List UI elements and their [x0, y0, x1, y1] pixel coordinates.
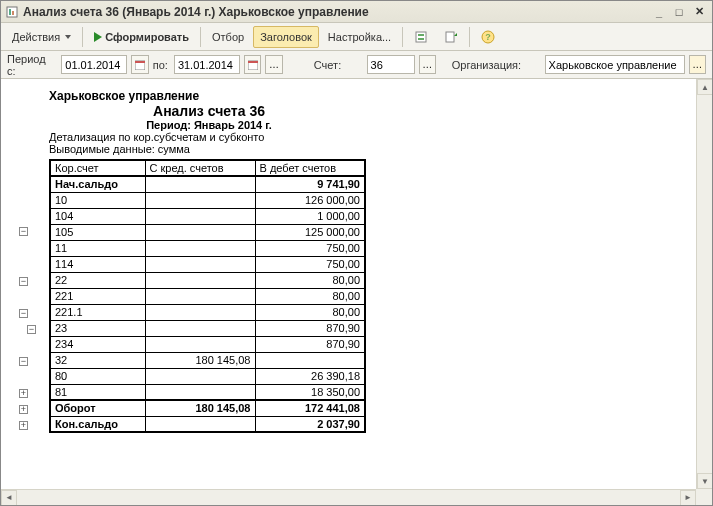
cell-acc: 22: [50, 272, 145, 288]
cell-deb: 80,00: [255, 304, 365, 320]
separator: [82, 27, 83, 47]
toolbar-icon-2[interactable]: [437, 26, 465, 48]
actions-menu[interactable]: Действия: [5, 26, 78, 48]
toolbar: Действия Сформировать Отбор Заголовок На…: [1, 23, 712, 51]
period-select-button[interactable]: …: [265, 55, 282, 74]
tree-expand-button[interactable]: +: [19, 389, 28, 398]
cell-acc: 114: [50, 256, 145, 272]
cell-cred: [145, 288, 255, 304]
window-root: Анализ счета 36 (Январь 2014 г.) Харьков…: [0, 0, 713, 506]
app-icon: [5, 5, 19, 19]
separator: [402, 27, 403, 47]
cell-deb: 9 741,90: [255, 176, 365, 192]
help-button[interactable]: ?: [474, 26, 502, 48]
svg-rect-5: [418, 38, 424, 40]
svg-rect-10: [135, 61, 145, 63]
cell-acc: 81: [50, 384, 145, 400]
actions-label: Действия: [12, 31, 60, 43]
tree-collapse-button[interactable]: −: [19, 277, 28, 286]
doc-period: Период: Январь 2014 г.: [49, 119, 369, 131]
cell-cred: [145, 336, 255, 352]
cell-acc: 104: [50, 208, 145, 224]
cell-deb: 172 441,08: [255, 400, 365, 416]
scroll-left-button[interactable]: ◄: [1, 490, 17, 506]
account-label: Счет:: [314, 59, 341, 71]
form-button[interactable]: Сформировать: [87, 26, 196, 48]
tree-expand-button[interactable]: +: [19, 405, 28, 414]
cell-cred: [145, 416, 255, 432]
cell-cred: [145, 368, 255, 384]
cell-deb: 750,00: [255, 240, 365, 256]
cell-acc: Нач.сальдо: [50, 176, 145, 192]
svg-rect-3: [416, 32, 426, 42]
period-to-input[interactable]: [174, 55, 240, 74]
header-button[interactable]: Заголовок: [253, 26, 319, 48]
cell-deb: [255, 352, 365, 368]
cell-deb: 18 350,00: [255, 384, 365, 400]
table-row: 8118 350,00: [50, 384, 365, 400]
tree-collapse-button[interactable]: −: [19, 227, 28, 236]
vertical-scrollbar[interactable]: ▲ ▼: [696, 79, 712, 489]
cell-acc: Кон.сальдо: [50, 416, 145, 432]
scroll-right-button[interactable]: ►: [680, 490, 696, 506]
filter-button[interactable]: Отбор: [205, 26, 251, 48]
table-row: 23870,90: [50, 320, 365, 336]
toolbar-icon-1[interactable]: [407, 26, 435, 48]
cell-cred: 180 145,08: [145, 400, 255, 416]
period-to-label: по:: [153, 59, 168, 71]
cell-cred: [145, 208, 255, 224]
table-row: 105125 000,00: [50, 224, 365, 240]
cell-deb: 80,00: [255, 288, 365, 304]
cell-acc: 221: [50, 288, 145, 304]
table-row: 10126 000,00: [50, 192, 365, 208]
cell-deb: 1 000,00: [255, 208, 365, 224]
org-input[interactable]: [545, 55, 685, 74]
period-from-calendar[interactable]: [131, 55, 148, 74]
close-button[interactable]: ✕: [690, 4, 708, 20]
cell-deb: 750,00: [255, 256, 365, 272]
cell-acc: Оборот: [50, 400, 145, 416]
cell-deb: 26 390,18: [255, 368, 365, 384]
svg-text:?: ?: [485, 32, 491, 42]
settings-button[interactable]: Настройка...: [321, 26, 398, 48]
period-to-calendar[interactable]: [244, 55, 261, 74]
tree-collapse-button[interactable]: −: [19, 309, 28, 318]
account-select-button[interactable]: …: [419, 55, 436, 74]
cell-acc: 80: [50, 368, 145, 384]
tree-collapse-button[interactable]: −: [27, 325, 36, 334]
period-from-input[interactable]: [61, 55, 127, 74]
table-row: 22180,00: [50, 288, 365, 304]
table-row: 8026 390,18: [50, 368, 365, 384]
minimize-button[interactable]: _: [650, 4, 668, 20]
svg-rect-1: [9, 9, 11, 15]
report-table: Кор.счет С кред. счетов В дебет счетов Н…: [49, 159, 366, 433]
tree-expand-button[interactable]: +: [19, 421, 28, 430]
org-select-button[interactable]: …: [689, 55, 706, 74]
scrollbar-corner: [696, 489, 712, 505]
maximize-button[interactable]: □: [670, 4, 688, 20]
cell-cred: [145, 192, 255, 208]
cell-cred: [145, 272, 255, 288]
table-row: Кон.сальдо2 037,90: [50, 416, 365, 432]
cell-cred: [145, 304, 255, 320]
cell-deb: 870,90: [255, 320, 365, 336]
svg-rect-6: [446, 32, 454, 42]
scroll-up-button[interactable]: ▲: [697, 79, 712, 95]
svg-rect-2: [12, 11, 14, 15]
cell-deb: 125 000,00: [255, 224, 365, 240]
table-row: 2280,00: [50, 272, 365, 288]
table-row: 114750,00: [50, 256, 365, 272]
scroll-down-button[interactable]: ▼: [697, 473, 712, 489]
table-row: 11750,00: [50, 240, 365, 256]
cell-deb: 2 037,90: [255, 416, 365, 432]
table-row: 234870,90: [50, 336, 365, 352]
separator: [200, 27, 201, 47]
horizontal-scrollbar[interactable]: ◄ ►: [1, 489, 696, 505]
doc-title: Анализ счета 36: [49, 103, 369, 119]
tree-collapse-button[interactable]: −: [19, 357, 28, 366]
account-input[interactable]: [367, 55, 415, 74]
play-icon: [94, 32, 102, 42]
svg-rect-4: [418, 34, 424, 36]
content-area: −−−−−+++ Харьковское управление Анализ с…: [1, 79, 712, 505]
cell-acc: 11: [50, 240, 145, 256]
